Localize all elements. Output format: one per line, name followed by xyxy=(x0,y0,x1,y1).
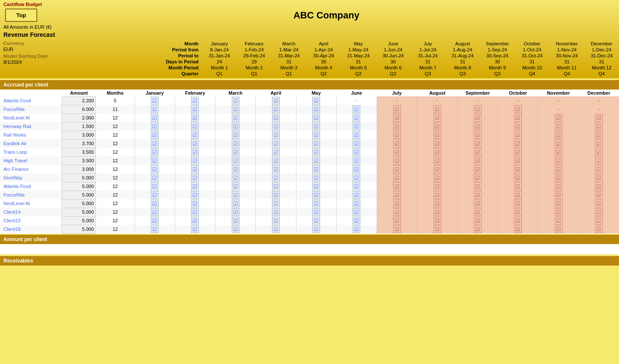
check-cell-3-11[interactable]: ☑ xyxy=(579,122,619,131)
check-cell-1-10[interactable]: - xyxy=(538,105,578,113)
check-cell-15-8[interactable]: ☑ xyxy=(458,225,498,233)
check-cell-5-2[interactable]: ☑ xyxy=(215,139,256,148)
check-cell-12-2[interactable]: ☑ xyxy=(215,199,256,208)
check-cell-6-9[interactable]: ☑ xyxy=(498,148,538,156)
check-cell-7-3[interactable]: ☑ xyxy=(256,156,296,165)
check-cell-8-3[interactable]: ☑ xyxy=(256,165,296,173)
check-cell-12-3[interactable]: ☑ xyxy=(256,199,296,208)
check-cell-5-11[interactable]: ☑ xyxy=(579,139,619,148)
check-cell-1-9[interactable]: ☑ xyxy=(498,105,538,113)
check-cell-9-6[interactable]: ☑ xyxy=(377,173,417,182)
check-cell-6-7[interactable]: ☑ xyxy=(417,148,458,156)
check-cell-15-11[interactable]: ☑ xyxy=(579,225,619,233)
check-cell-2-2[interactable]: ☑ xyxy=(215,113,256,122)
check-cell-14-10[interactable]: ☑ xyxy=(538,216,578,225)
check-cell-6-0[interactable]: ☑ xyxy=(135,148,175,156)
check-cell-13-6[interactable]: ☑ xyxy=(377,208,417,216)
check-cell-2-5[interactable]: ☑ xyxy=(336,113,377,122)
check-cell-4-9[interactable]: ☑ xyxy=(498,131,538,139)
check-cell-14-9[interactable]: ☑ xyxy=(498,216,538,225)
check-cell-1-2[interactable]: ☑ xyxy=(215,105,256,113)
check-cell-2-6[interactable]: ☑ xyxy=(377,113,417,122)
check-cell-12-1[interactable]: ☑ xyxy=(175,199,215,208)
check-cell-3-3[interactable]: ☑ xyxy=(256,122,296,131)
check-cell-10-0[interactable]: ☑ xyxy=(135,182,175,191)
check-cell-3-4[interactable]: ☑ xyxy=(296,122,336,131)
check-cell-8-6[interactable]: ☑ xyxy=(377,165,417,173)
check-cell-12-11[interactable]: ☑ xyxy=(579,199,619,208)
top-button[interactable]: Top xyxy=(5,9,37,22)
check-cell-7-2[interactable]: ☑ xyxy=(215,156,256,165)
check-cell-5-10[interactable]: ☑ xyxy=(538,139,578,148)
check-cell-13-7[interactable]: ☑ xyxy=(417,208,458,216)
check-cell-14-6[interactable]: ☑ xyxy=(377,216,417,225)
check-cell-0-10[interactable]: - xyxy=(538,96,578,105)
check-cell-8-0[interactable]: ☑ xyxy=(135,165,175,173)
check-cell-5-9[interactable]: ☑ xyxy=(498,139,538,148)
check-cell-14-7[interactable]: ☑ xyxy=(417,216,458,225)
check-cell-13-8[interactable]: ☑ xyxy=(458,208,498,216)
check-cell-1-0[interactable]: ☑ xyxy=(135,105,175,113)
check-cell-15-4[interactable]: ☑ xyxy=(296,225,336,233)
check-cell-10-6[interactable]: ☑ xyxy=(377,182,417,191)
check-cell-9-8[interactable]: ☑ xyxy=(458,173,498,182)
check-cell-8-5[interactable]: ☑ xyxy=(336,165,377,173)
check-cell-4-5[interactable]: ☑ xyxy=(336,131,377,139)
check-cell-5-6[interactable]: ☑ xyxy=(377,139,417,148)
check-cell-10-1[interactable]: ☑ xyxy=(175,182,215,191)
check-cell-6-2[interactable]: ☑ xyxy=(215,148,256,156)
check-cell-5-8[interactable]: ☑ xyxy=(458,139,498,148)
check-cell-2-3[interactable]: ☑ xyxy=(256,113,296,122)
check-cell-3-6[interactable]: ☑ xyxy=(377,122,417,131)
check-cell-6-8[interactable]: ☑ xyxy=(458,148,498,156)
check-cell-5-0[interactable]: ☑ xyxy=(135,139,175,148)
check-cell-3-1[interactable]: ☑ xyxy=(175,122,215,131)
check-cell-4-8[interactable]: ☑ xyxy=(458,131,498,139)
check-cell-10-3[interactable]: ☑ xyxy=(256,182,296,191)
check-cell-0-2[interactable]: ☑ xyxy=(215,96,256,105)
check-cell-0-4[interactable]: ☑ xyxy=(296,96,336,105)
check-cell-0-6[interactable]: - xyxy=(377,96,417,105)
check-cell-10-10[interactable]: ☑ xyxy=(538,182,578,191)
check-cell-9-1[interactable]: ☑ xyxy=(175,173,215,182)
check-cell-0-0[interactable]: ☑ xyxy=(135,96,175,105)
check-cell-8-2[interactable]: ☑ xyxy=(215,165,256,173)
check-cell-9-0[interactable]: ☑ xyxy=(135,173,175,182)
check-cell-3-5[interactable]: ☑ xyxy=(336,122,377,131)
check-cell-6-5[interactable]: ☑ xyxy=(336,148,377,156)
check-cell-11-6[interactable]: ☑ xyxy=(377,191,417,199)
check-cell-11-3[interactable]: ☑ xyxy=(256,191,296,199)
check-cell-9-2[interactable]: ☑ xyxy=(215,173,256,182)
check-cell-3-10[interactable]: ☑ xyxy=(538,122,578,131)
check-cell-7-11[interactable]: ☑ xyxy=(579,156,619,165)
check-cell-15-10[interactable]: ☑ xyxy=(538,225,578,233)
check-cell-3-7[interactable]: ☑ xyxy=(417,122,458,131)
check-cell-8-4[interactable]: ☑ xyxy=(296,165,336,173)
check-cell-10-11[interactable]: ☑ xyxy=(579,182,619,191)
check-cell-4-0[interactable]: ☑ xyxy=(135,131,175,139)
check-cell-0-11[interactable]: - xyxy=(579,96,619,105)
check-cell-8-1[interactable]: ☑ xyxy=(175,165,215,173)
check-cell-7-5[interactable]: ☑ xyxy=(336,156,377,165)
check-cell-11-2[interactable]: ☑ xyxy=(215,191,256,199)
check-cell-11-10[interactable]: ☑ xyxy=(538,191,578,199)
check-cell-8-9[interactable]: ☑ xyxy=(498,165,538,173)
check-cell-11-0[interactable]: ☑ xyxy=(135,191,175,199)
check-cell-8-8[interactable]: ☑ xyxy=(458,165,498,173)
check-cell-13-11[interactable]: ☑ xyxy=(579,208,619,216)
check-cell-2-7[interactable]: ☑ xyxy=(417,113,458,122)
check-cell-0-8[interactable]: - xyxy=(458,96,498,105)
check-cell-0-7[interactable]: - xyxy=(417,96,458,105)
check-cell-10-4[interactable]: ☑ xyxy=(296,182,336,191)
check-cell-9-5[interactable]: ☑ xyxy=(336,173,377,182)
check-cell-7-1[interactable]: ☑ xyxy=(175,156,215,165)
check-cell-5-7[interactable]: ☑ xyxy=(417,139,458,148)
check-cell-2-8[interactable]: ☑ xyxy=(458,113,498,122)
check-cell-7-9[interactable]: ☑ xyxy=(498,156,538,165)
check-cell-4-2[interactable]: ☑ xyxy=(215,131,256,139)
check-cell-14-5[interactable]: ☑ xyxy=(336,216,377,225)
check-cell-4-6[interactable]: ☑ xyxy=(377,131,417,139)
check-cell-1-6[interactable]: ☑ xyxy=(377,105,417,113)
check-cell-13-4[interactable]: ☑ xyxy=(296,208,336,216)
check-cell-13-9[interactable]: ☑ xyxy=(498,208,538,216)
